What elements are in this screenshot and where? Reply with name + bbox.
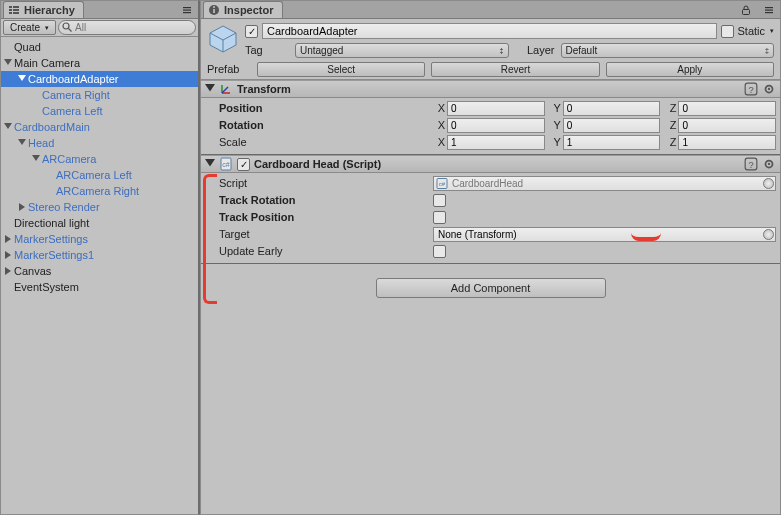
svg-point-36 [768,88,770,90]
hierarchy-item-label: Head [28,137,54,149]
gameobject-icon [207,23,239,55]
hierarchy-item[interactable]: CardboardMain [1,119,198,135]
layer-dropdown[interactable]: Default ‡ [561,43,775,58]
hierarchy-item[interactable]: Canvas [1,263,198,279]
scale-label: Scale [219,136,429,148]
foldout-icon[interactable] [31,154,41,164]
prefab-apply-button[interactable]: Apply [606,62,774,77]
scale-z-input[interactable] [678,135,776,150]
script-icon: c# [219,157,233,171]
prefab-revert-button[interactable]: Revert [431,62,599,77]
rotation-x-input[interactable] [447,118,545,133]
static-checkbox[interactable] [721,25,734,38]
script-field[interactable] [433,176,776,191]
position-z-input[interactable] [678,101,776,116]
tag-dropdown[interactable]: Untagged ‡ [295,43,509,58]
hierarchy-item[interactable]: Camera Left [1,103,198,119]
track-rotation-checkbox[interactable] [433,194,446,207]
rotation-z-input[interactable] [678,118,776,133]
active-checkbox[interactable]: ✓ [245,25,258,38]
foldout-icon[interactable] [17,138,27,148]
svg-marker-15 [32,155,40,161]
hierarchy-item-label: ARCamera Left [56,169,132,181]
svg-rect-2 [9,12,12,14]
hierarchy-item-label: Directional light [14,217,89,229]
spacer-icon [3,218,13,228]
hierarchy-item[interactable]: CardboardAdapter [1,71,198,87]
foldout-icon[interactable] [205,159,215,169]
hierarchy-item[interactable]: EventSystem [1,279,198,295]
inspector-lock[interactable] [734,1,758,18]
scale-x-input[interactable] [447,135,545,150]
inspector-tab[interactable]: Inspector [203,1,283,18]
hierarchy-item[interactable]: MarkerSettings [1,231,198,247]
hierarchy-item[interactable]: MarkerSettings1 [1,247,198,263]
chevron-down-icon: ▾ [45,24,49,32]
transform-icon [219,82,233,96]
help-icon[interactable]: ? [744,157,758,171]
hierarchy-item-label: Camera Left [42,105,103,117]
foldout-icon[interactable] [3,234,13,244]
position-y-input[interactable] [563,101,661,116]
help-icon[interactable]: ? [744,82,758,96]
transform-title: Transform [237,83,740,95]
hierarchy-item-label: MarkerSettings1 [14,249,94,261]
scale-y-input[interactable] [563,135,661,150]
svg-text:?: ? [748,85,753,95]
hierarchy-item[interactable]: Head [1,135,198,151]
spacer-icon [3,282,13,292]
svg-line-32 [222,87,228,93]
update-early-checkbox[interactable] [433,245,446,258]
hierarchy-tab-menu[interactable] [176,1,198,18]
spacer-icon [3,42,13,52]
component-enabled-checkbox[interactable]: ✓ [237,158,250,171]
gear-icon[interactable] [762,157,776,171]
object-picker-icon[interactable] [763,229,774,240]
foldout-icon[interactable] [3,58,13,68]
hierarchy-search[interactable] [58,20,196,35]
inspector-tabbar: Inspector [201,1,780,19]
foldout-icon[interactable] [3,122,13,132]
hierarchy-item[interactable]: ARCamera [1,151,198,167]
update-early-label: Update Early [219,245,429,257]
hierarchy-item[interactable]: Camera Right [1,87,198,103]
rotation-y-input[interactable] [563,118,661,133]
gear-icon[interactable] [762,82,776,96]
svg-rect-8 [183,12,191,13]
foldout-icon[interactable] [17,74,27,84]
hierarchy-tree[interactable]: QuadMain CameraCardboardAdapterCamera Ri… [1,37,198,514]
foldout-icon[interactable] [205,84,215,94]
layer-label: Layer [515,44,555,56]
hierarchy-tab[interactable]: Hierarchy [3,1,84,18]
svg-marker-18 [5,251,11,259]
object-picker-icon[interactable] [763,178,774,189]
hierarchy-item[interactable]: ARCamera Left [1,167,198,183]
hierarchy-item[interactable]: Directional light [1,215,198,231]
add-component-button[interactable]: Add Component [376,278,606,298]
track-position-checkbox[interactable] [433,211,446,224]
hierarchy-item[interactable]: Main Camera [1,55,198,71]
chevron-down-icon[interactable]: ▾ [770,27,774,35]
svg-marker-11 [4,59,12,65]
object-name-input[interactable] [262,23,717,39]
search-icon [61,21,73,33]
tag-value: Untagged [300,45,343,56]
foldout-icon[interactable] [3,250,13,260]
rotation-label: Rotation [219,119,429,131]
hierarchy-item[interactable]: Stereo Render [1,199,198,215]
hierarchy-search-input[interactable] [58,20,196,35]
svg-marker-14 [18,139,26,145]
foldout-icon[interactable] [3,266,13,276]
inspector-tab-menu[interactable] [758,1,780,18]
svg-rect-1 [9,9,12,11]
position-x-input[interactable] [447,101,545,116]
hierarchy-item[interactable]: Quad [1,39,198,55]
hierarchy-item-label: ARCamera [42,153,96,165]
svg-marker-19 [5,267,11,275]
hierarchy-item[interactable]: ARCamera Right [1,183,198,199]
target-field[interactable] [433,227,776,242]
prefab-select-button[interactable]: Select [257,62,425,77]
create-button[interactable]: Create ▾ [3,20,56,35]
hierarchy-item-label: Canvas [14,265,51,277]
foldout-icon[interactable] [17,202,27,212]
